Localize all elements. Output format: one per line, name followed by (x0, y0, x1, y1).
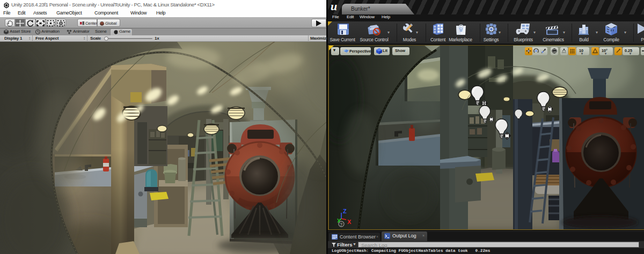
svg-text:u: u (331, 1, 337, 13)
svg-text:Z: Z (343, 208, 347, 214)
svg-text:?: ? (340, 222, 343, 227)
svg-text:X: X (347, 219, 352, 225)
